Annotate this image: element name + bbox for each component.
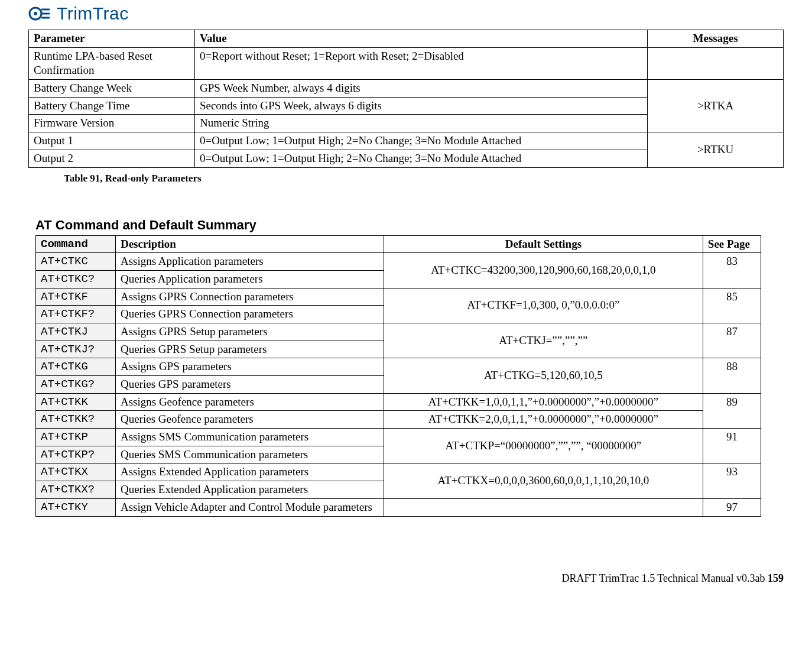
cell-cmd: AT+CTKY xyxy=(36,498,116,516)
cell-page: 89 xyxy=(703,393,761,428)
cell-page: 97 xyxy=(703,498,761,516)
th-parameter: Parameter xyxy=(29,30,195,48)
cell-default: AT+CTKJ=””,””,”” xyxy=(384,323,703,358)
table-row: Runtime LPA-based Reset Confirmation 0=R… xyxy=(29,47,784,79)
brand-text: TrimTrac xyxy=(57,4,129,24)
cell-value: 0=Output Low; 1=Output High; 2=No Change… xyxy=(194,150,647,167)
cell-page: 85 xyxy=(703,288,761,323)
table-caption: Table 91, Read-only Parameters xyxy=(64,173,784,184)
table-header-row: Parameter Value Messages xyxy=(29,30,784,48)
cell-desc: Queries GPRS Setup parameters xyxy=(115,341,384,358)
th-command: Command xyxy=(36,235,116,253)
cell-default: AT+CTKK=1,0,0,1,1,”+0.0000000”,”+0.00000… xyxy=(384,393,703,411)
cell-desc: Assigns GPRS Connection parameters xyxy=(115,288,384,306)
cell-msg xyxy=(648,47,784,79)
table-row: AT+CTKX Assigns Extended Application par… xyxy=(36,463,761,481)
table-row: AT+CTKP Assigns SMS Communication parame… xyxy=(36,429,761,446)
cell-cmd: AT+CTKP? xyxy=(36,446,116,463)
cell-page: 93 xyxy=(703,463,761,498)
th-messages: Messages xyxy=(648,30,784,48)
cell-cmd: AT+CTKF? xyxy=(36,306,116,323)
cell-param: Firmware Version xyxy=(29,115,195,132)
cell-value: Seconds into GPS Week, always 6 digits xyxy=(194,97,647,115)
cell-param: Battery Change Time xyxy=(29,97,195,115)
cell-page: 83 xyxy=(703,253,761,288)
table-row: AT+CTKJ Assigns GPRS Setup parameters AT… xyxy=(36,323,761,341)
cell-desc: Assigns GPRS Setup parameters xyxy=(115,323,384,341)
cell-desc: Assigns SMS Communication parameters xyxy=(115,429,384,446)
cell-desc: Assigns Application parameters xyxy=(115,253,384,271)
table-row: AT+CTKK? Queries Geofence parameters AT+… xyxy=(36,411,761,429)
footer-page-number: 159 xyxy=(768,572,784,584)
cell-cmd: AT+CTKF xyxy=(36,288,116,306)
cell-default: AT+CTKC=43200,300,120,900,60,168,20,0,0,… xyxy=(384,253,703,288)
cell-param: Runtime LPA-based Reset Confirmation xyxy=(29,47,195,79)
page-footer: DRAFT TrimTrac 1.5 Technical Manual v0.3… xyxy=(28,572,784,585)
table-row: AT+CTKC Assigns Application parameters A… xyxy=(36,253,761,271)
cell-cmd: AT+CTKJ xyxy=(36,323,116,341)
cell-desc: Queries SMS Communication parameters xyxy=(115,446,384,463)
cell-default: AT+CTKP=“00000000”,””,””, “00000000” xyxy=(384,429,703,463)
page-header: TrimTrac xyxy=(28,0,784,30)
table-row: Output 1 0=Output Low; 1=Output High; 2=… xyxy=(29,132,784,150)
cell-param: Output 2 xyxy=(29,150,195,167)
cell-param: Output 1 xyxy=(29,132,195,150)
cell-cmd: AT+CTKP xyxy=(36,429,116,446)
logo: TrimTrac xyxy=(28,4,129,24)
cell-desc: Queries Application parameters xyxy=(115,270,384,288)
cell-value: GPS Week Number, always 4 digits xyxy=(194,80,647,98)
cell-desc: Queries GPS parameters xyxy=(115,376,384,394)
cell-value: Numeric String xyxy=(194,115,647,132)
cell-desc: Queries Extended Application parameters xyxy=(115,481,384,499)
cell-param: Battery Change Week xyxy=(29,80,195,98)
table-row: Battery Change Week GPS Week Number, alw… xyxy=(29,80,784,98)
th-description: Description xyxy=(115,235,384,253)
cell-desc: Queries GPRS Connection parameters xyxy=(115,306,384,323)
table-row: AT+CTKK Assigns Geofence parameters AT+C… xyxy=(36,393,761,411)
th-default: Default Settings xyxy=(384,235,703,253)
cell-cmd: AT+CTKG? xyxy=(36,376,116,394)
cell-cmd: AT+CTKX xyxy=(36,463,116,481)
logo-icon xyxy=(28,5,52,22)
th-value: Value xyxy=(194,30,647,48)
cell-desc: Assigns Extended Application parameters xyxy=(115,463,384,481)
cell-cmd: AT+CTKK? xyxy=(36,411,116,429)
cell-cmd: AT+CTKC xyxy=(36,253,116,271)
cell-default xyxy=(384,498,703,516)
cell-desc: Assigns Geofence parameters xyxy=(115,393,384,411)
section-title: AT Command and Default Summary xyxy=(28,218,784,233)
cell-cmd: AT+CTKG xyxy=(36,358,116,376)
cell-msg-rtka: >RTKA xyxy=(648,80,784,132)
cell-default: AT+CTKK=2,0,0,1,1,”+0.0000000”,”+0.00000… xyxy=(384,411,703,429)
cell-cmd: AT+CTKX? xyxy=(36,481,116,499)
table-row: AT+CTKF Assigns GPRS Connection paramete… xyxy=(36,288,761,306)
cell-cmd: AT+CTKJ? xyxy=(36,341,116,358)
cell-default: AT+CTKG=5,120,60,10,5 xyxy=(384,358,703,393)
cell-value: 0=Output Low; 1=Output High; 2=No Change… xyxy=(194,132,647,150)
cell-desc: Assigns GPS parameters xyxy=(115,358,384,376)
cell-desc: Assign Vehicle Adapter and Control Modul… xyxy=(115,498,384,516)
cell-value: 0=Report without Reset; 1=Report with Re… xyxy=(194,47,647,79)
readonly-params-table: Parameter Value Messages Runtime LPA-bas… xyxy=(28,30,784,168)
cell-cmd: AT+CTKK xyxy=(36,393,116,411)
svg-point-1 xyxy=(34,12,37,15)
cell-page: 91 xyxy=(703,429,761,463)
cell-cmd: AT+CTKC? xyxy=(36,270,116,288)
cell-msg-rtku: >RTKU xyxy=(648,132,784,167)
cell-page: 87 xyxy=(703,323,761,358)
table-header-row: Command Description Default Settings See… xyxy=(36,235,761,253)
cell-desc: Queries Geofence parameters xyxy=(115,411,384,429)
footer-text: DRAFT TrimTrac 1.5 Technical Manual v0.3… xyxy=(562,572,768,584)
cell-default: AT+CTKF=1,0,300, 0,”0.0.0.0:0” xyxy=(384,288,703,323)
cell-page: 88 xyxy=(703,358,761,393)
table-row: AT+CTKY Assign Vehicle Adapter and Contr… xyxy=(36,498,761,516)
table-row: AT+CTKG Assigns GPS parameters AT+CTKG=5… xyxy=(36,358,761,376)
at-command-table: Command Description Default Settings See… xyxy=(35,235,761,517)
th-seepage: See Page xyxy=(703,235,761,253)
cell-default: AT+CTKX=0,0,0,0,3600,60,0,0,1,1,10,20,10… xyxy=(384,463,703,498)
